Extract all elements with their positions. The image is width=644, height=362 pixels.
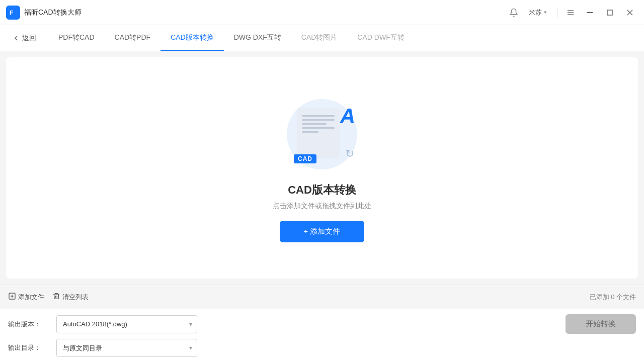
cad-illustration: A ↻ CAD: [282, 94, 362, 174]
cad-badge: CAD: [294, 154, 316, 163]
clear-list-action[interactable]: 清空列表: [52, 292, 89, 302]
output-version-row: 输出版本： AutoCAD 2018(*.dwg) AutoCAD 2016(*…: [8, 314, 636, 334]
doc-line-4: [302, 127, 335, 129]
user-area[interactable]: 米苏 ▾: [525, 6, 551, 19]
separator: [557, 8, 557, 18]
output-version-label: 输出版本：: [8, 320, 48, 329]
tab-pdf-to-cad[interactable]: PDF转CAD: [48, 25, 105, 51]
add-file-button[interactable]: + 添加文件: [280, 221, 365, 242]
file-count: 已添加 0 个文件: [590, 293, 636, 302]
drop-subtitle: 点击添加文件或拖拽文件到此处: [273, 202, 371, 211]
tab-cad-dwf: CAD DWF互转: [347, 25, 414, 51]
nav-bar: 返回 PDF转CAD CAD转PDF CAD版本转换 DWG DXF互转 CAD…: [0, 25, 644, 51]
add-file-icon: [8, 292, 16, 302]
app-icon: F: [6, 6, 20, 20]
add-file-action[interactable]: 添加文件: [8, 292, 44, 302]
tab-cad-to-pdf[interactable]: CAD转PDF: [105, 25, 161, 51]
menu-button[interactable]: [564, 6, 578, 20]
cad-doc-back: [297, 108, 340, 158]
output-dir-label: 输出目录：: [8, 343, 48, 352]
title-bar: F 福昕CAD转换大师 米苏 ▾: [0, 0, 644, 25]
svg-rect-6: [607, 10, 612, 15]
tab-cad-version[interactable]: CAD版本转换: [160, 25, 224, 51]
doc-line-2: [302, 119, 335, 121]
cad-refresh-icon: ↻: [345, 147, 354, 160]
clear-list-label: 清空列表: [62, 293, 89, 302]
drop-area[interactable]: A ↻ CAD CAD版本转换 点击添加文件或拖拽文件到此处 + 添加文件: [6, 57, 638, 279]
output-dir-row: 输出目录： 与原文同目录 自定义目录 ▾: [8, 339, 636, 357]
bottom-bar: 添加文件 清空列表 已添加 0 个文件: [0, 285, 644, 309]
back-label: 返回: [22, 34, 36, 43]
output-dir-select-wrapper[interactable]: 与原文同目录 自定义目录 ▾: [56, 339, 197, 357]
output-dir-select[interactable]: 与原文同目录 自定义目录: [56, 339, 197, 357]
cad-letter-a: A: [340, 104, 355, 128]
start-button[interactable]: 开始转换: [566, 314, 636, 334]
close-button[interactable]: [622, 5, 638, 21]
maximize-button[interactable]: [602, 5, 618, 21]
output-version-select-wrapper[interactable]: AutoCAD 2018(*.dwg) AutoCAD 2016(*.dwg) …: [56, 315, 197, 333]
notification-icon[interactable]: [507, 6, 521, 20]
main-content: A ↻ CAD CAD版本转换 点击添加文件或拖拽文件到此处 + 添加文件 添加…: [0, 51, 644, 362]
trash-icon: [52, 292, 60, 302]
add-file-label: 添加文件: [18, 293, 44, 302]
svg-rect-5: [587, 12, 593, 13]
back-button[interactable]: 返回: [0, 25, 48, 51]
tab-cad-to-image: CAD转图片: [291, 25, 348, 51]
doc-line-1: [302, 115, 335, 117]
output-version-select[interactable]: AutoCAD 2018(*.dwg) AutoCAD 2016(*.dwg) …: [56, 315, 197, 333]
tab-dwg-dxf[interactable]: DWG DXF互转: [224, 25, 291, 51]
title-bar-right: 米苏 ▾: [507, 5, 638, 21]
drop-title: CAD版本转换: [288, 183, 356, 198]
app-title: 福昕CAD转换大师: [24, 8, 82, 17]
svg-text:F: F: [10, 10, 13, 17]
doc-line-5: [302, 131, 318, 133]
chevron-down-icon: ▾: [544, 9, 547, 16]
user-name: 米苏: [529, 8, 542, 17]
title-bar-left: F 福昕CAD转换大师: [6, 6, 82, 20]
settings-bar: 输出版本： AutoCAD 2018(*.dwg) AutoCAD 2016(*…: [0, 309, 644, 362]
doc-line-3: [302, 123, 327, 125]
minimize-button[interactable]: [582, 5, 598, 21]
